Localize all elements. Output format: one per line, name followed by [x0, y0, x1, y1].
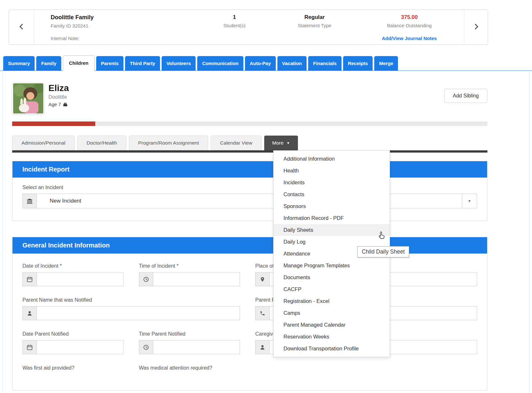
menu-item-reservation-weeks[interactable]: Reservation Weeks [274, 331, 390, 343]
subtab-doctor-health[interactable]: Doctor/Health [77, 136, 126, 150]
tab-family[interactable]: Family [36, 56, 61, 71]
students-label: Student(s) [194, 23, 274, 28]
date-parent-notified-label: Date Parent Notified [22, 331, 123, 337]
select-caret-icon[interactable]: ▼ [462, 194, 477, 208]
journal-notes-link[interactable]: Add/View Journal Notes [355, 36, 464, 41]
students-count: 1 [194, 14, 274, 21]
menu-item-sponsors[interactable]: Sponsors [274, 200, 390, 212]
date-of-incident-input[interactable] [37, 272, 123, 286]
chevron-right-icon [473, 22, 480, 33]
menu-item-download-transportation-profile[interactable]: Download Transportation Profile [274, 343, 390, 355]
tab-third-party[interactable]: Third Party [125, 56, 160, 71]
date-of-incident-label: Date of Incident * [22, 263, 123, 269]
tab-children[interactable]: Children [63, 55, 95, 71]
menu-item-manage-program-templates[interactable]: Manage Program Templates [274, 260, 390, 272]
family-id: Family ID 320241 [51, 23, 194, 29]
time-parent-notified-label: Time Parent Notified [139, 331, 240, 337]
daily-sheets-tooltip: Child Daily Sheet [357, 246, 409, 257]
hand-cursor-icon [377, 231, 386, 240]
family-card-body: Doolittle Family Family ID 320241 Intern… [34, 10, 464, 45]
balance-outstanding-value: 375.00 [355, 14, 464, 21]
general-incident-header: General Incident Information [13, 237, 487, 254]
more-button-label: More [272, 140, 283, 146]
medical-attention-question-label: Was medical attention required? [139, 365, 212, 371]
time-of-incident-label: Time of Incident * [139, 263, 240, 269]
menu-item-incidents[interactable]: Incidents [274, 177, 390, 188]
person-icon [256, 340, 270, 354]
tab-summary[interactable]: Summary [3, 56, 35, 71]
menu-item-cacfp[interactable]: CACFP [274, 283, 390, 295]
menu-item-documents[interactable]: Documents [274, 272, 390, 283]
family-name: Doolittle Family [51, 14, 194, 21]
next-family-button[interactable] [464, 10, 488, 45]
tab-parents[interactable]: Parents [96, 56, 123, 71]
menu-item-parent-managed-calendar[interactable]: Parent Managed Calendar [274, 319, 390, 331]
date-parent-notified-input[interactable] [37, 340, 123, 354]
menu-item-information-record-pdf[interactable]: Information Record - PDF [274, 212, 390, 224]
menu-item-camps[interactable]: Camps [274, 307, 390, 319]
statement-type-label: Statement Type [274, 23, 355, 28]
tab-vacation[interactable]: Vacation [277, 56, 307, 71]
incident-select-value: New Incident [37, 194, 462, 208]
calendar-icon [23, 272, 37, 286]
previous-family-button[interactable] [9, 10, 34, 45]
subtab-underline-bar [12, 150, 487, 153]
time-of-incident-input[interactable] [153, 272, 240, 286]
menu-item-health[interactable]: Health [274, 165, 390, 177]
incident-select[interactable]: New Incident ▼ [22, 194, 477, 208]
time-parent-notified-input[interactable] [153, 340, 240, 354]
tab-financials[interactable]: Financials [308, 56, 341, 71]
child-photo [12, 82, 44, 114]
internal-note-label: Internal Note: [51, 36, 194, 41]
subtab-program-room-assignment[interactable]: Program/Room Assignment [129, 136, 208, 150]
child-first-name: Eliza [48, 83, 69, 93]
clock-icon [139, 340, 153, 354]
tab-receipts[interactable]: Receipts [343, 56, 373, 71]
person-icon [23, 306, 37, 320]
chevron-left-icon [18, 22, 25, 33]
parent-name-notified-label: Parent Name that was Notified [22, 297, 240, 303]
balance-outstanding-label: Balance Outstanding [355, 23, 464, 28]
tab-volunteers[interactable]: Volunteers [162, 56, 196, 71]
general-incident-panel: General Incident Information Date of Inc… [12, 237, 487, 390]
institution-icon [23, 194, 37, 208]
subtab-calendar-view[interactable]: Calendar View [211, 136, 262, 150]
menu-item-contacts[interactable]: Contacts [274, 188, 390, 200]
tab-auto-pay[interactable]: Auto-Pay [245, 56, 276, 71]
menu-item-daily-sheets[interactable]: Daily Sheets [274, 224, 390, 236]
child-age-label: Age 7 [48, 102, 61, 107]
tab-merge[interactable]: Merge [374, 56, 398, 71]
caret-down-icon: ▼ [286, 141, 290, 145]
phone-icon [256, 306, 270, 320]
birthday-cake-icon [63, 102, 68, 107]
children-tab-content: Eliza Doolittle Age 7 Add Sibling Admiss… [12, 82, 487, 390]
add-sibling-button[interactable]: Add Sibling [444, 89, 487, 103]
first-aid-question-label: Was first aid provided? [22, 365, 74, 371]
map-pin-icon [256, 272, 270, 286]
menu-item-additional-information[interactable]: Additional Information [274, 153, 390, 165]
subtab-admission-personal[interactable]: Admission/Personal [12, 136, 75, 150]
tab-communication[interactable]: Communication [197, 56, 243, 71]
calendar-icon [23, 340, 37, 354]
incident-report-header: Incident Report [13, 161, 487, 178]
clock-icon [139, 272, 153, 286]
parent-name-notified-input[interactable] [37, 306, 240, 320]
statement-type-value: Regular [274, 14, 355, 21]
select-incident-label: Select an Incident [22, 185, 477, 190]
profile-progress-track [12, 121, 487, 126]
more-dropdown-button[interactable]: More ▼ [264, 136, 298, 150]
main-tab-bar: Summary Family Children Parents Third Pa… [0, 55, 532, 71]
family-summary-card: Doolittle Family Family ID 320241 Intern… [9, 10, 488, 45]
child-last-name: Doolittle [48, 94, 69, 100]
incident-report-panel: Incident Report Select an Incident New I… [12, 161, 487, 221]
profile-progress-fill [12, 121, 95, 126]
menu-item-registration-excel[interactable]: Registration - Excel [274, 295, 390, 307]
child-subtab-bar: Admission/Personal Doctor/Health Program… [12, 136, 487, 150]
